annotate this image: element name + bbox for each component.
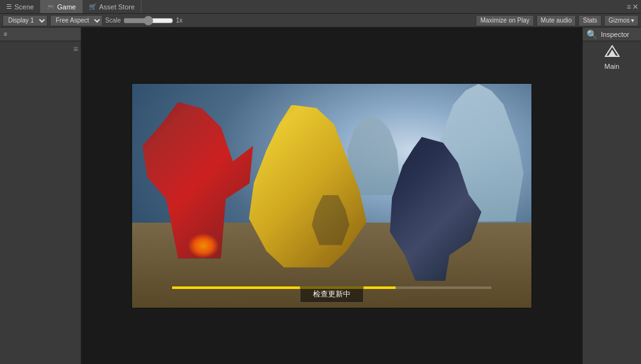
tab-group: ☰ Scene 🎮 Game 🛒 Asset Store — [0, 0, 141, 13]
tab-game[interactable]: 🎮 Game — [41, 0, 83, 13]
tab-asset-store[interactable]: 🛒 Asset Store — [83, 0, 141, 13]
inspector-title: Inspector — [601, 31, 629, 38]
scene-icon: ☰ — [6, 3, 12, 10]
tab-scene[interactable]: ☰ Scene — [0, 0, 41, 13]
unity-logo-icon — [605, 45, 620, 60]
left-panel: ≡ ≡ — [0, 28, 81, 364]
glow-effect — [188, 233, 219, 258]
inspector-content: Main — [583, 41, 641, 74]
mute-audio-button[interactable]: Mute audio — [536, 15, 576, 26]
tab-menu-icon[interactable]: ≡ — [627, 3, 631, 11]
panel-menu-icon[interactable]: ≡ — [4, 31, 8, 38]
scale-value: 1x — [176, 17, 183, 24]
gizmos-button[interactable]: Gizmos ▾ — [604, 15, 638, 26]
stats-button[interactable]: Stats — [578, 15, 602, 26]
aspect-select[interactable]: Free Aspect — [50, 15, 103, 26]
maximize-on-play-button[interactable]: Maximize on Play — [476, 15, 533, 26]
tab-asset-store-label: Asset Store — [99, 3, 135, 11]
inspector-icon: 🔍 — [587, 29, 597, 39]
tab-game-label: Game — [57, 3, 76, 11]
tab-scene-label: Scene — [14, 3, 34, 11]
display-select[interactable]: Display 1 — [3, 15, 48, 26]
left-panel-menu-icon[interactable]: ≡ — [73, 44, 78, 54]
center-area: 检查更新中 — [81, 28, 582, 364]
inspector-header: 🔍 Inspector — [583, 28, 641, 41]
gizmos-chevron-icon: ▾ — [631, 17, 634, 24]
tab-close-icon[interactable]: ✕ — [632, 3, 638, 11]
game-toolbar: Display 1 Free Aspect Scale 1x Maximize … — [0, 14, 641, 28]
game-view[interactable]: 检查更新中 — [81, 28, 582, 364]
store-icon: 🛒 — [89, 3, 96, 10]
left-panel-header: ≡ — [0, 28, 81, 41]
gamepad-icon: 🎮 — [47, 3, 54, 10]
game-canvas: 检查更新中 — [131, 83, 532, 308]
main-layout: ≡ ≡ — [0, 28, 641, 364]
scale-slider[interactable] — [123, 16, 173, 25]
inspector-panel: 🔍 Inspector Main — [582, 28, 641, 364]
tab-bar: ☰ Scene 🎮 Game 🛒 Asset Store ≡ ✕ — [0, 0, 641, 14]
scale-label: Scale — [105, 17, 121, 24]
inspector-main-text: Main — [605, 63, 620, 70]
game-overlay-text: 检查更新中 — [300, 286, 364, 303]
